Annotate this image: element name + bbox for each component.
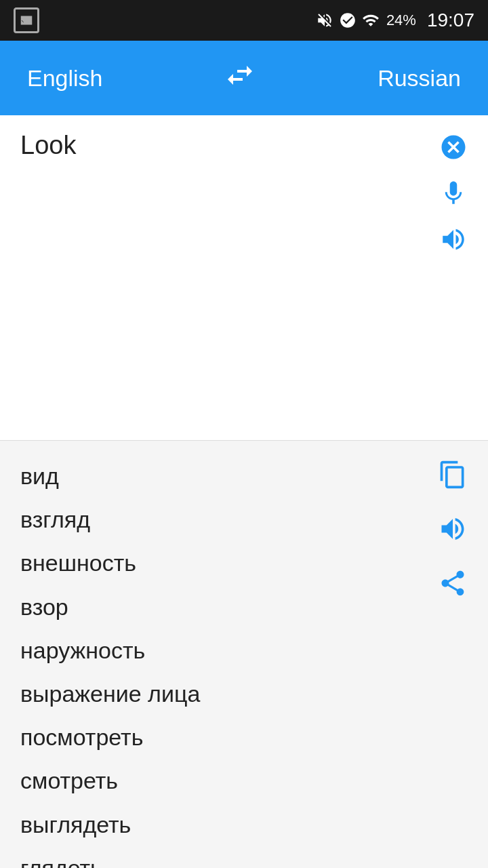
list-item: посмотреть <box>20 715 438 759</box>
signal-icon <box>362 12 380 29</box>
list-item: глядеть <box>20 846 438 868</box>
language-bar: English Russian <box>0 41 488 115</box>
share-result-button[interactable] <box>438 568 468 598</box>
data-icon <box>339 12 357 29</box>
text-to-speech-button[interactable] <box>439 225 468 254</box>
list-item: смотреть <box>20 759 438 802</box>
list-item: внешность <box>20 541 438 585</box>
photo-icon <box>14 7 39 33</box>
list-item: выглядеть <box>20 803 438 846</box>
results-area: вид взгляд внешность взор наружность выр… <box>0 441 488 868</box>
clock: 19:07 <box>427 9 474 31</box>
translation-results-list: вид взгляд внешность взор наружность выр… <box>20 454 438 868</box>
microphone-button[interactable] <box>439 179 468 208</box>
source-text-input[interactable]: Look <box>20 129 432 229</box>
battery-indicator: 24% <box>386 12 416 29</box>
source-language-label[interactable]: English <box>27 65 103 92</box>
status-bar-right: 24% 19:07 <box>316 9 474 31</box>
list-item: взгляд <box>20 498 438 541</box>
list-item: выражение лица <box>20 672 438 715</box>
status-bar: 24% 19:07 <box>0 0 488 41</box>
clear-input-button[interactable] <box>439 133 468 161</box>
input-row: Look <box>20 129 474 254</box>
list-item: вид <box>20 454 438 498</box>
result-tts-button[interactable] <box>438 514 468 544</box>
list-item: наружность <box>20 629 438 672</box>
status-bar-left <box>14 7 39 33</box>
mute-icon <box>316 12 333 29</box>
target-language-label[interactable]: Russian <box>378 65 461 92</box>
copy-result-button[interactable] <box>438 460 468 490</box>
status-icons <box>316 12 380 29</box>
input-area: Look <box>0 115 488 441</box>
input-action-icons <box>439 129 474 254</box>
result-action-icons <box>438 454 474 868</box>
list-item: взор <box>20 585 438 629</box>
swap-languages-button[interactable] <box>224 59 256 97</box>
